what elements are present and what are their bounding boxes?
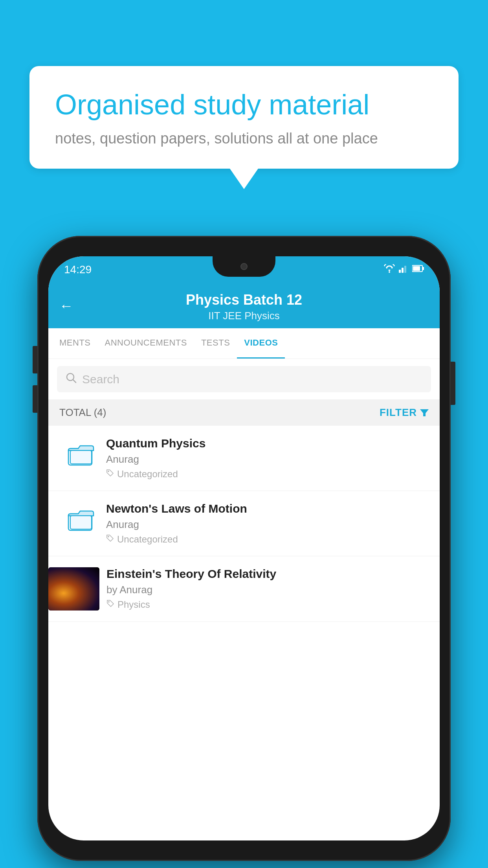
search-input-wrapper[interactable]: Search [57, 366, 431, 392]
camera-dot [240, 263, 248, 270]
svg-rect-11 [70, 451, 92, 464]
phone-screen: 14:29 [48, 256, 440, 840]
video-title: Einstein's Theory Of Relativity [106, 567, 429, 581]
tag-icon [106, 600, 114, 610]
battery-icon [412, 264, 424, 275]
folder-icon-container [65, 502, 97, 537]
tab-ments[interactable]: MENTS [52, 328, 98, 359]
tab-tests[interactable]: TESTS [194, 328, 237, 359]
video-info: Newton's Laws of Motion Anurag Uncategor… [106, 502, 429, 545]
filter-bar: TOTAL (4) FILTER [48, 399, 440, 426]
svg-marker-9 [420, 409, 429, 416]
tag-text: Physics [117, 599, 150, 610]
svg-rect-1 [399, 270, 401, 273]
svg-rect-2 [402, 268, 404, 273]
signal-icon [399, 264, 408, 275]
status-time: 14:29 [64, 263, 92, 276]
list-item[interactable]: Newton's Laws of Motion Anurag Uncategor… [48, 491, 440, 556]
tag-text: Uncategorized [117, 534, 178, 545]
video-author: Anurag [106, 453, 429, 465]
svg-rect-6 [423, 267, 424, 270]
thumbnail-background [48, 567, 99, 611]
back-button[interactable]: ← [59, 298, 73, 314]
search-input[interactable]: Search [82, 373, 119, 386]
video-list: Quantum Physics Anurag Uncategorized [48, 426, 440, 622]
folder-icon-container [65, 437, 97, 472]
wifi-icon [384, 264, 395, 275]
video-tag: Physics [106, 599, 429, 610]
svg-line-8 [73, 380, 76, 383]
video-info: Einstein's Theory Of Relativity by Anura… [106, 567, 429, 610]
total-count: TOTAL (4) [59, 406, 106, 419]
folder-icon [67, 443, 95, 466]
search-container: Search [48, 359, 440, 399]
tag-text: Uncategorized [117, 469, 178, 480]
tab-videos[interactable]: VIDEOS [237, 328, 285, 359]
svg-rect-5 [413, 266, 420, 271]
speech-bubble: Organised study material notes, question… [29, 66, 459, 169]
video-author: by Anurag [106, 584, 429, 596]
video-tag: Uncategorized [106, 469, 429, 480]
bubble-title: Organised study material [55, 88, 433, 121]
video-tag: Uncategorized [106, 534, 429, 545]
tabs-bar: MENTS ANNOUNCEMENTS TESTS VIDEOS [48, 328, 440, 359]
video-author: Anurag [106, 519, 429, 531]
list-item[interactable]: Einstein's Theory Of Relativity by Anura… [48, 556, 440, 622]
volume-up-button[interactable] [33, 346, 37, 373]
video-title: Quantum Physics [106, 437, 429, 450]
app-title: Physics Batch 12 [60, 292, 428, 308]
phone-frame-wrapper: 14:29 [37, 236, 451, 861]
status-icons [384, 264, 424, 275]
folder-icon [67, 508, 95, 531]
search-icon [66, 372, 77, 386]
filter-button[interactable]: FILTER [380, 406, 429, 419]
video-title: Newton's Laws of Motion [106, 502, 429, 515]
tag-icon [106, 469, 114, 479]
list-item[interactable]: Quantum Physics Anurag Uncategorized [48, 426, 440, 491]
volume-down-button[interactable] [33, 385, 37, 413]
svg-point-0 [389, 271, 390, 273]
svg-rect-13 [70, 516, 92, 529]
video-info: Quantum Physics Anurag Uncategorized [106, 437, 429, 480]
tag-icon [106, 534, 114, 544]
app-subtitle: IIT JEE Physics [60, 310, 428, 322]
status-bar: 14:29 [48, 256, 440, 283]
tab-announcements[interactable]: ANNOUNCEMENTS [98, 328, 194, 359]
filter-label: FILTER [380, 406, 417, 419]
bubble-subtitle: notes, question papers, solutions all at… [55, 130, 433, 147]
svg-rect-3 [404, 266, 406, 273]
app-header: ← Physics Batch 12 IIT JEE Physics [48, 283, 440, 328]
video-thumbnail [48, 567, 99, 611]
notch [213, 256, 275, 277]
power-button[interactable] [451, 362, 455, 405]
